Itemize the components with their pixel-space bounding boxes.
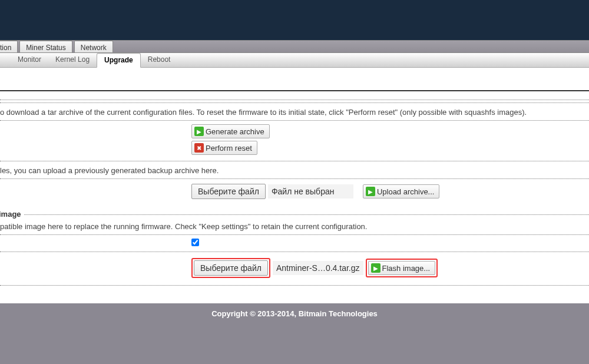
- choose-file-button-flash[interactable]: Выберите файл: [194, 260, 268, 276]
- backup-description: o download a tar archive of the current …: [0, 103, 589, 120]
- generate-archive-label: Generate archive: [206, 127, 264, 136]
- perform-reset-button[interactable]: ✖ Perform reset: [191, 141, 257, 155]
- play-icon: ▶: [194, 127, 204, 136]
- generate-archive-button[interactable]: ▶ Generate archive: [191, 124, 270, 138]
- divider-thick: [0, 90, 589, 91]
- flash-description: patible image here to replace the runnin…: [0, 215, 589, 234]
- restore-filename: Файл не выбран: [268, 184, 353, 198]
- primary-nav: tion Miner Status Network: [0, 40, 589, 53]
- play-icon: ▶: [366, 187, 375, 196]
- subtab-reboot[interactable]: Reboot: [141, 53, 178, 67]
- play-icon: ▶: [371, 263, 380, 273]
- upload-archive-label: Upload archive...: [377, 187, 435, 196]
- perform-reset-label: Perform reset: [206, 144, 252, 153]
- subtab-monitor[interactable]: Monitor: [11, 53, 48, 67]
- flash-section-legend: image: [0, 210, 24, 219]
- flash-filename: Antminer-S…0.4.tar.gz: [273, 261, 363, 275]
- copyright-text: Copyright © 2013-2014, Bitmain Technolog…: [211, 309, 378, 318]
- tab-configuration-partial[interactable]: tion: [0, 41, 18, 52]
- highlight-flash-image: ▶ Flash image...: [366, 259, 438, 277]
- subtab-upgrade[interactable]: Upgrade: [97, 53, 141, 68]
- flash-image-label: Flash image...: [382, 264, 431, 273]
- flash-image-button[interactable]: ▶ Flash image...: [368, 261, 436, 275]
- secondary-nav: Monitor Kernel Log Upgrade Reboot: [0, 53, 589, 68]
- choose-file-button-restore[interactable]: Выберите файл: [191, 184, 266, 199]
- tab-network[interactable]: Network: [74, 41, 113, 52]
- keep-settings-checkbox[interactable]: [191, 239, 199, 246]
- tab-miner-status[interactable]: Miner Status: [19, 41, 72, 52]
- top-banner: [0, 0, 589, 40]
- footer: Copyright © 2013-2014, Bitmain Technolog…: [0, 303, 589, 364]
- restore-description: les, you can upload a previously generat…: [0, 161, 589, 178]
- highlight-choose-file: Выберите файл: [191, 258, 270, 278]
- cancel-icon: ✖: [194, 143, 204, 153]
- subtab-kernel-log[interactable]: Kernel Log: [48, 53, 97, 67]
- upload-archive-button[interactable]: ▶ Upload archive...: [363, 184, 440, 198]
